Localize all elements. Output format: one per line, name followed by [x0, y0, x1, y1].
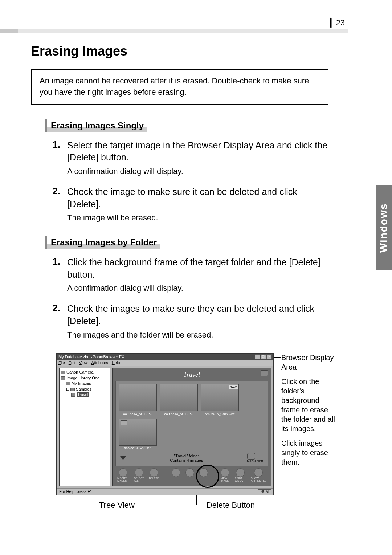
step-number: 1.: [53, 256, 67, 294]
thumbnail[interactable]: RAW 860-6013_CRW.Crw: [201, 384, 239, 416]
nav-back-button[interactable]: [172, 468, 180, 477]
tree-item[interactable]: My Images: [61, 381, 108, 386]
annotations: Browser Display Area Click on the folder…: [274, 353, 336, 495]
minimize-button[interactable]: _: [255, 354, 260, 359]
arrow-right-icon: [199, 468, 208, 477]
status-numlock: NUM: [258, 489, 271, 494]
tree-item[interactable]: ⊞ Samples: [61, 387, 108, 392]
import-icon: [119, 468, 127, 477]
arrow-left-icon: [172, 468, 180, 477]
delete-button[interactable]: DELETE: [149, 468, 159, 479]
browser-display-area[interactable]: Travel 889-5813_AUT.JPG 889-5814_AUT.JPG: [112, 368, 271, 486]
camera-icon: [61, 371, 65, 374]
status-help: For Help, press F1: [59, 489, 92, 494]
select-all-button[interactable]: SELECT ALL: [134, 468, 144, 482]
thumbnail-image: RAW: [201, 384, 239, 411]
thumbnail-caption: 860-6013_CRW.Crw: [201, 412, 239, 416]
side-tab-windows: Windows: [376, 185, 392, 270]
toolbar: IMPORT IMAGES SELECT ALL DELETE VIEW IMA…: [115, 466, 268, 483]
annotation-click-images: Click images singly to erase them.: [281, 438, 336, 467]
raw-badge: RAW: [229, 385, 238, 389]
page-title: Erasing Images: [31, 44, 358, 59]
step-text: Click the background frame of the target…: [67, 256, 328, 294]
label-delete-button: Delete Button: [196, 501, 255, 510]
video-icon: [121, 420, 127, 425]
magnifier-icon[interactable]: [247, 453, 255, 460]
thumbnail-caption: 860-6014_MVI.AVI: [119, 446, 157, 450]
tree-item[interactable]: Canon Camera: [61, 370, 108, 375]
tree-item[interactable]: Image Library One: [61, 375, 108, 381]
folder-info-count: Contains 4 images: [170, 458, 203, 462]
warning-box: An image cannot be recovered after it is…: [31, 69, 328, 105]
show-attributes-button[interactable]: SHOW ATTRIBUTES: [251, 468, 266, 482]
step-number: 2.: [53, 186, 67, 223]
tree-item-selected[interactable]: Travel: [61, 392, 108, 397]
thumbnail-caption: 889-5813_AUT.JPG: [119, 412, 157, 416]
menu-view[interactable]: View: [79, 360, 88, 365]
close-button[interactable]: ×: [266, 354, 272, 359]
menu-help[interactable]: Help: [112, 360, 120, 365]
page-number: ▎23: [330, 18, 345, 28]
subheading-folder: Erasing Images by Folder: [45, 236, 160, 249]
header-rule-dark: [0, 29, 18, 33]
folder-icon: [66, 382, 70, 385]
print-icon: [236, 468, 245, 477]
nav-forward-button[interactable]: [199, 468, 208, 477]
home-icon: [185, 468, 194, 477]
menu-attributes[interactable]: Attributes: [91, 360, 108, 365]
thumbnail[interactable]: 889-5813_AUT.JPG: [119, 384, 157, 416]
thumbnail-image: [160, 384, 198, 411]
titlebar: My Database.zbd - ZoomBrowser EX _ □ ×: [57, 354, 273, 360]
menubar: File Edit View Attributes Help: [57, 360, 273, 366]
menu-edit[interactable]: Edit: [69, 360, 75, 365]
folder-icon: [70, 388, 75, 391]
step-text: Select the target image in the Browser D…: [67, 139, 328, 177]
folder-title: Travel: [115, 371, 268, 379]
header-rule-light: [18, 29, 348, 33]
tree-view[interactable]: Canon Camera Image Library One My Images…: [59, 368, 110, 486]
thumbnail-container[interactable]: 889-5813_AUT.JPG 889-5814_AUT.JPG RAW 86…: [115, 381, 268, 466]
menu-file[interactable]: File: [58, 360, 65, 365]
step-number: 2.: [53, 303, 67, 340]
delete-icon: [150, 468, 158, 477]
dropdown-triangle-icon[interactable]: [120, 456, 126, 460]
attributes-icon: [254, 468, 263, 477]
step-text: Check the images to make sure they can b…: [67, 303, 328, 340]
app-window: My Database.zbd - ZoomBrowser EX _ □ × F…: [56, 353, 274, 495]
print-layout-button[interactable]: PRINT LAYOUT: [235, 468, 246, 482]
folder-up-icon[interactable]: [261, 370, 268, 376]
view-image-icon: [221, 468, 229, 477]
folder-icon: [71, 393, 75, 397]
step-text: Check the image to make sure it can be d…: [67, 186, 328, 223]
step-number: 1.: [53, 139, 67, 177]
maximize-button[interactable]: □: [261, 354, 266, 359]
label-tree-view: Tree View: [89, 501, 135, 510]
subheading-singly: Erasing Images Singly: [45, 119, 147, 132]
select-all-icon: [135, 468, 143, 477]
folder-icon: [61, 376, 65, 380]
thumbnail[interactable]: 860-6014_MVI.AVI: [119, 419, 157, 450]
thumbnail-image: [119, 419, 157, 446]
annotation-folder-bg: Click on the folder's background frame t…: [281, 377, 336, 433]
thumbnail-caption: 889-5814_AUT.JPG: [160, 412, 198, 416]
view-image-button[interactable]: VIEW IMAGE: [221, 468, 230, 482]
magnifier-label: MAGNIFIER: [247, 460, 263, 463]
thumbnail-image: [119, 384, 157, 411]
status-bar: For Help, press F1 NUM: [57, 488, 273, 495]
folder-info-name: "Travel" folder: [170, 454, 203, 458]
window-title: My Database.zbd - ZoomBrowser EX: [58, 355, 124, 359]
thumbnail[interactable]: 889-5814_AUT.JPG: [160, 384, 198, 416]
nav-home-button[interactable]: [185, 468, 194, 477]
annotation-browser-area: Browser Display Area: [281, 353, 336, 372]
import-button[interactable]: IMPORT IMAGES: [117, 468, 129, 482]
